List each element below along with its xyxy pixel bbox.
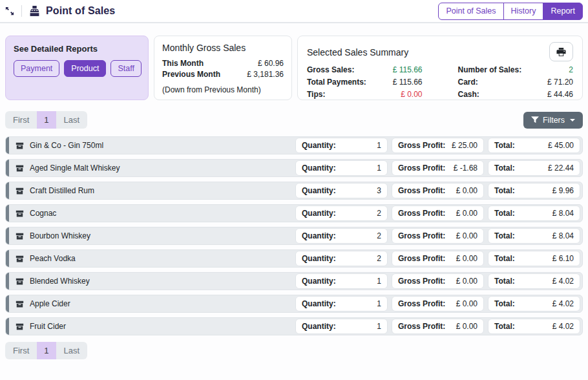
product-report-button[interactable]: Product xyxy=(64,60,106,77)
row-accent-strip xyxy=(6,250,9,267)
pagination-page-1[interactable]: 1 xyxy=(37,111,56,129)
product-box-icon xyxy=(16,209,24,218)
total-label: Total: xyxy=(494,276,515,286)
quantity-value: 3 xyxy=(377,185,381,196)
product-box-icon xyxy=(16,232,24,240)
payment-report-button[interactable]: Payment xyxy=(14,60,59,77)
table-row[interactable]: Blended Whiskey Quantity: 1 Gross Profit… xyxy=(5,272,583,290)
expand-icon[interactable] xyxy=(5,6,14,16)
gross-profit-value: £ 0.00 xyxy=(456,321,478,332)
product-name: Gin & Co - Gin 750ml xyxy=(30,141,291,150)
previous-month-line: Previous Month £ 3,181.36 xyxy=(162,69,284,80)
pagination-last-button[interactable]: Last xyxy=(56,342,88,359)
gross-profit-label: Gross Profit: xyxy=(398,231,445,241)
product-box-icon xyxy=(16,255,24,263)
nav-point-of-sales-button[interactable]: Point of Sales xyxy=(438,3,503,20)
pagination-first-button[interactable]: First xyxy=(5,111,37,129)
table-row[interactable]: Bourbon Whiskey Quantity: 2 Gross Profit… xyxy=(5,227,583,245)
total-value: £ 4.02 xyxy=(552,321,574,332)
tips-value: £ 0.00 xyxy=(401,89,422,101)
filters-button[interactable]: Filters xyxy=(523,112,583,129)
total-label: Total: xyxy=(494,185,515,196)
monthly-gross-sales-title: Monthly Gross Sales xyxy=(162,43,284,53)
table-row[interactable]: Cognac Quantity: 2 Gross Profit: £ 0.00 … xyxy=(5,204,583,222)
quantity-cell: Quantity: 3 xyxy=(295,183,388,198)
table-row[interactable]: Craft Distilled Rum Quantity: 3 Gross Pr… xyxy=(5,182,583,200)
pagination-last-button[interactable]: Last xyxy=(56,111,88,129)
this-month-value: £ 60.96 xyxy=(258,58,284,69)
nav-report-button[interactable]: Report xyxy=(543,3,583,20)
card-label: Card: xyxy=(458,76,478,89)
total-value: £ 4.02 xyxy=(552,299,574,309)
gross-profit-label: Gross Profit: xyxy=(398,140,445,151)
total-cell: Total: £ 4.02 xyxy=(488,273,580,289)
header-nav: Point of Sales History Report xyxy=(438,3,583,20)
staff-report-button[interactable]: Staff xyxy=(110,60,141,77)
nav-history-button[interactable]: History xyxy=(503,3,544,20)
total-label: Total: xyxy=(494,231,515,241)
quantity-value: 1 xyxy=(377,299,381,309)
pagination-first-button[interactable]: First xyxy=(5,342,37,359)
gross-profit-value: £ 0.00 xyxy=(456,299,478,309)
cash-line: Cash: £ 44.46 xyxy=(458,89,574,101)
trend-note: (Down from Previous Month) xyxy=(162,85,284,94)
total-cell: Total: £ 4.02 xyxy=(488,296,580,311)
pagination-page-1[interactable]: 1 xyxy=(37,342,56,359)
card-line: Card: £ 71.20 xyxy=(458,76,574,89)
total-cell: Total: £ 6.10 xyxy=(488,251,580,266)
gross-profit-value: £ 0.00 xyxy=(456,185,478,196)
quantity-cell: Quantity: 2 xyxy=(295,228,388,244)
gross-sales-line: Gross Sales: £ 115.66 xyxy=(307,64,423,76)
total-payments-line: Total Payments: £ 115.66 xyxy=(307,76,423,89)
sales-summary-title: Selected Sales Summary xyxy=(307,47,408,58)
table-row[interactable]: Apple Cider Quantity: 1 Gross Profit: £ … xyxy=(5,295,583,313)
card-value: £ 71.20 xyxy=(547,76,573,89)
quantity-label: Quantity: xyxy=(302,163,336,173)
pagination-top: First 1 Last xyxy=(5,111,87,129)
total-payments-label: Total Payments: xyxy=(307,76,366,89)
product-name: Blended Whiskey xyxy=(30,277,291,286)
table-row[interactable]: Aged Single Malt Whiskey Quantity: 1 Gro… xyxy=(5,159,583,177)
gross-profit-label: Gross Profit: xyxy=(398,208,445,218)
row-accent-strip xyxy=(6,137,9,154)
this-month-line: This Month £ 60.96 xyxy=(162,58,284,69)
page-title: Point of Sales xyxy=(46,5,115,17)
print-button[interactable] xyxy=(549,42,573,61)
total-payments-value: £ 115.66 xyxy=(393,76,423,89)
gross-profit-cell: Gross Profit: £ 0.00 xyxy=(392,251,484,266)
quantity-cell: Quantity: 1 xyxy=(295,160,388,176)
report-main: See Detailed Reports Payment Product Sta… xyxy=(0,36,588,359)
quantity-label: Quantity: xyxy=(302,208,336,218)
gross-profit-cell: Gross Profit: £ 0.00 xyxy=(392,319,484,334)
row-accent-strip xyxy=(6,182,9,199)
pagination-bottom: First 1 Last xyxy=(5,342,87,359)
detailed-reports-title: See Detailed Reports xyxy=(14,44,140,54)
chevron-down-icon xyxy=(570,119,575,121)
gross-profit-cell: Gross Profit: £ 0.00 xyxy=(392,206,484,221)
product-box-icon xyxy=(16,277,24,286)
gross-profit-value: £ 0.00 xyxy=(456,231,478,241)
total-cell: Total: £ 9.96 xyxy=(488,183,580,198)
product-rows-list: Gin & Co - Gin 750ml Quantity: 1 Gross P… xyxy=(5,136,583,335)
table-row[interactable]: Gin & Co - Gin 750ml Quantity: 1 Gross P… xyxy=(5,136,583,154)
product-name: Aged Single Malt Whiskey xyxy=(30,164,291,173)
quantity-cell: Quantity: 1 xyxy=(295,273,388,289)
product-name: Cognac xyxy=(30,209,291,218)
row-accent-strip xyxy=(6,227,9,244)
quantity-label: Quantity: xyxy=(302,185,336,196)
product-name: Fruit Cider xyxy=(30,322,291,331)
total-value: £ 8.04 xyxy=(552,208,574,218)
quantity-cell: Quantity: 1 xyxy=(295,296,388,311)
gross-profit-label: Gross Profit: xyxy=(398,163,445,173)
gross-profit-value: £ 25.00 xyxy=(452,140,478,151)
total-label: Total: xyxy=(494,208,515,218)
table-row[interactable]: Fruit Cider Quantity: 1 Gross Profit: £ … xyxy=(5,317,583,335)
product-box-icon xyxy=(16,187,24,195)
gross-profit-label: Gross Profit: xyxy=(398,185,445,196)
sales-summary-grid: Gross Sales: £ 115.66 Total Payments: £ … xyxy=(307,64,573,101)
table-row[interactable]: Peach Vodka Quantity: 2 Gross Profit: £ … xyxy=(5,249,583,268)
row-accent-strip xyxy=(6,205,9,222)
row-accent-strip xyxy=(6,160,9,176)
total-cell: Total: £ 8.04 xyxy=(488,228,580,244)
gross-profit-value: £ -1.68 xyxy=(454,163,478,173)
